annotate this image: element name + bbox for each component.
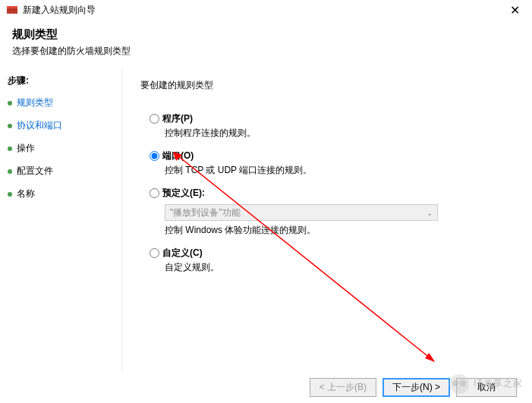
content-heading: 要创建的规则类型 <box>140 79 514 92</box>
step-bullet-icon <box>8 192 12 197</box>
option-desc: 自定义规则。 <box>165 261 514 274</box>
steps-heading: 步骤: <box>8 74 114 87</box>
option-desc: 控制 Windows 体验功能连接的规则。 <box>165 224 514 237</box>
step-protocol-port[interactable]: 协议和端口 <box>8 119 114 132</box>
dropdown-value: "播放到设备"功能 <box>170 206 241 219</box>
svg-rect-1 <box>7 6 17 8</box>
radio-predefined[interactable] <box>150 188 159 198</box>
step-name[interactable]: 名称 <box>8 187 114 200</box>
radio-program[interactable] <box>150 114 159 124</box>
option-desc: 控制 TCP 或 UDP 端口连接的规则。 <box>165 164 514 177</box>
cancel-button[interactable]: 取消 <box>456 378 517 397</box>
option-label: 预定义(E): <box>162 187 205 200</box>
close-button[interactable]: ✕ <box>504 3 526 17</box>
option-label: 程序(P) <box>162 112 193 125</box>
wizard-sidebar: 步骤: 规则类型 协议和端口 操作 配置文件 名称 <box>0 68 121 372</box>
titlebar: 新建入站规则向导 ✕ <box>0 0 532 20</box>
option-program: 程序(P) 控制程序连接的规则。 <box>140 113 514 140</box>
step-bullet-icon <box>8 146 12 151</box>
window-title: 新建入站规则向导 <box>23 4 96 17</box>
step-label: 规则类型 <box>17 96 53 109</box>
next-button[interactable]: 下一步(N) > <box>382 378 450 397</box>
option-port: 端口(O) 控制 TCP 或 UDP 端口连接的规则。 <box>140 150 514 177</box>
option-desc: 控制程序连接的规则。 <box>165 127 514 140</box>
step-label: 协议和端口 <box>17 119 62 132</box>
step-rule-type[interactable]: 规则类型 <box>8 96 114 109</box>
step-bullet-icon <box>8 169 12 174</box>
predefined-dropdown: "播放到设备"功能 ⌄ <box>165 204 438 221</box>
option-custom: 自定义(C) 自定义规则。 <box>140 247 514 274</box>
step-label: 配置文件 <box>17 165 53 178</box>
radio-port[interactable] <box>150 151 159 161</box>
option-predefined: 预定义(E): "播放到设备"功能 ⌄ 控制 Windows 体验功能连接的规则… <box>140 187 514 237</box>
firewall-icon <box>6 4 18 16</box>
step-action[interactable]: 操作 <box>8 142 114 155</box>
step-label: 名称 <box>17 187 35 200</box>
step-bullet-icon <box>8 124 12 128</box>
chevron-down-icon: ⌄ <box>427 209 433 217</box>
option-label: 端口(O) <box>162 150 194 162</box>
wizard-header: 规则类型 选择要创建的防火墙规则类型 <box>0 20 532 68</box>
page-title: 规则类型 <box>12 27 520 42</box>
radio-custom[interactable] <box>150 248 159 258</box>
step-label: 操作 <box>17 142 35 155</box>
step-profile[interactable]: 配置文件 <box>8 165 114 178</box>
back-button: < 上一步(B) <box>310 378 376 397</box>
option-label: 自定义(C) <box>162 247 203 260</box>
wizard-content: 要创建的规则类型 程序(P) 控制程序连接的规则。 端口(O) 控制 TCP 或… <box>121 68 532 372</box>
step-bullet-icon <box>8 101 12 105</box>
page-subtitle: 选择要创建的防火墙规则类型 <box>12 45 520 58</box>
wizard-footer: < 上一步(B) 下一步(N) > 取消 <box>310 378 517 397</box>
